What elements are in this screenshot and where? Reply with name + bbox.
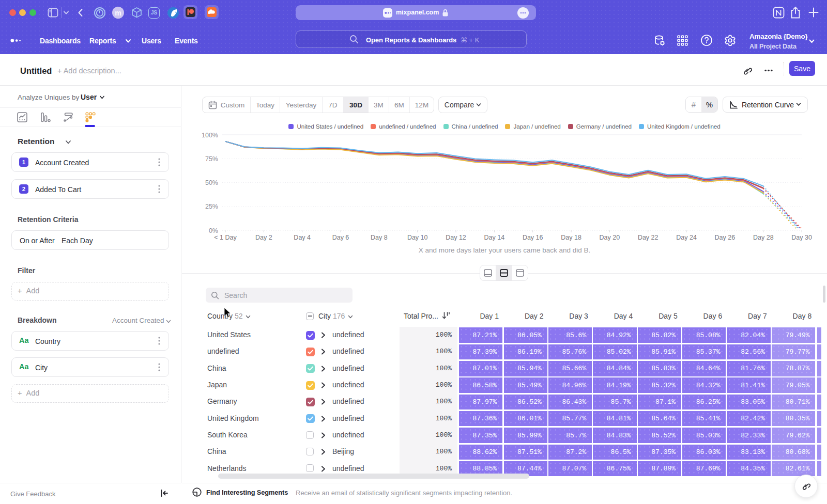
svg-text:Day 16: Day 16 — [523, 234, 543, 241]
svg-text:100%: 100% — [202, 132, 218, 139]
svg-text:Day 8: Day 8 — [371, 234, 388, 241]
svg-text:Day 26: Day 26 — [715, 234, 736, 241]
svg-text:Day 20: Day 20 — [600, 234, 620, 241]
svg-text:< 1 Day: < 1 Day — [214, 234, 237, 241]
svg-text:25%: 25% — [205, 203, 218, 210]
svg-text:Day 4: Day 4 — [294, 234, 311, 241]
svg-text:Day 10: Day 10 — [407, 234, 428, 241]
svg-text:Day 6: Day 6 — [332, 234, 349, 241]
svg-text:Day 30: Day 30 — [791, 234, 812, 241]
svg-text:50%: 50% — [205, 179, 218, 186]
svg-text:Day 24: Day 24 — [676, 234, 697, 241]
svg-text:Day 18: Day 18 — [561, 234, 581, 241]
svg-text:Day 2: Day 2 — [255, 234, 272, 241]
svg-text:75%: 75% — [205, 155, 218, 163]
svg-text:Day 22: Day 22 — [638, 234, 658, 241]
svg-text:Day 14: Day 14 — [484, 234, 505, 241]
svg-text:0%: 0% — [209, 227, 218, 234]
svg-text:Day 12: Day 12 — [446, 234, 466, 241]
svg-text:Day 28: Day 28 — [753, 234, 774, 241]
